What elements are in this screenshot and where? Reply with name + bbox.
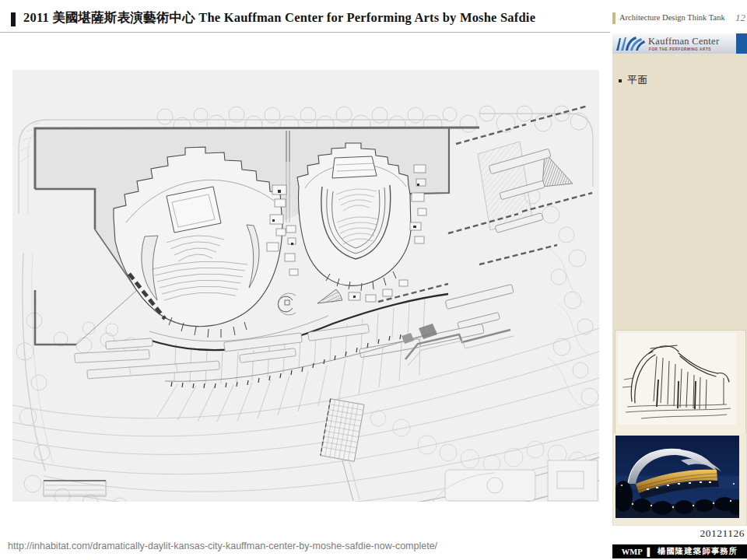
page-number: 12 [735,12,745,24]
header-divider [0,32,610,33]
brand-label: Architecture Design Think Tank [619,13,725,22]
source-url: http://inhabitat.com/dramatically-daylit… [8,541,437,551]
title-accent-bar [11,12,16,26]
kauffman-logo-icon [615,34,647,53]
logo-blue-block [736,33,747,54]
floor-plan-image [12,70,599,502]
night-photo-image [613,433,746,525]
brand-block: Architecture Design Think Tank 12 [612,11,747,26]
sidebar-item-label: 平面 [627,74,648,87]
firm-footer-bar: WMP ▌ 楊國隆建築師事務所 [612,544,747,558]
firm-name: 楊國隆建築師事務所 [658,546,738,557]
slide: { "header": { "title": "2011 美國堪薩斯表演藝術中心… [0,0,747,560]
kauffman-logo-name: Kauffman Center [648,36,719,47]
kauffman-logo-tagline: FOR THE PERFORMING ARTS [649,47,711,51]
brand-accent-bar [612,12,615,24]
firm-divider-icon: ▌ [647,548,653,556]
bullet-square-icon [619,79,622,82]
firm-brand: WMP [622,548,643,556]
page-title: 2011 美國堪薩斯表演藝術中心 The Kauffman Center for… [23,9,599,26]
sidebar: 平面 [612,54,747,526]
concept-sketch-image [615,330,746,434]
kauffman-logo-band: Kauffman Center FOR THE PERFORMING ARTS [612,33,747,54]
sidebar-item-plan: 平面 [619,74,648,87]
date-label: 20121126 [612,527,745,540]
